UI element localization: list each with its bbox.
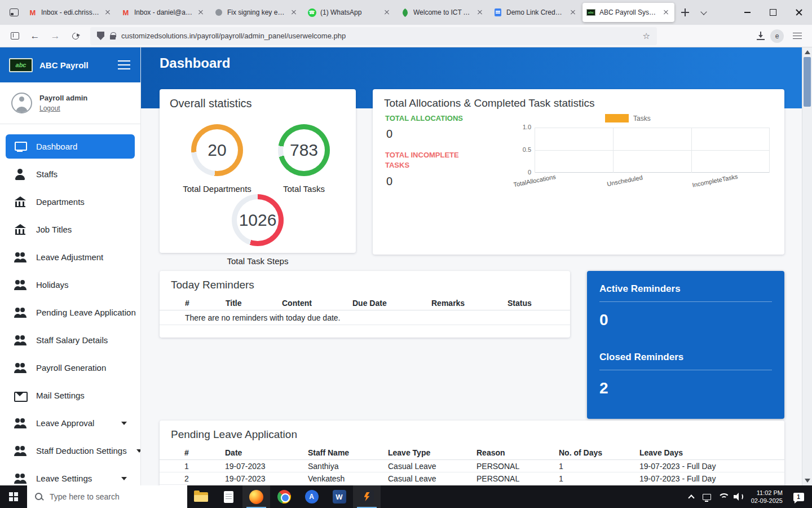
app-a-button[interactable]: A <box>298 485 325 508</box>
sidebar-header: abc ABC Payroll <box>0 47 140 82</box>
orange-app-icon <box>360 490 374 503</box>
table-row: 2 19-07-2023 Venkatesh Casual Leave PERS… <box>160 472 784 485</box>
action-center-button[interactable]: 1 <box>788 485 809 508</box>
closed-reminders-value: 2 <box>599 379 772 397</box>
volume-tray-button[interactable] <box>731 485 747 508</box>
sidebar: abc ABC Payroll Payroll admin Logout Das… <box>0 47 141 485</box>
maximize-button[interactable] <box>760 0 786 25</box>
people-icon <box>14 279 27 291</box>
scroll-up-arrow[interactable] <box>805 50 810 54</box>
downloads-icon[interactable] <box>757 32 765 40</box>
sidebar-item-staff-salary-details[interactable]: Staff Salary Details <box>6 328 135 352</box>
bookmark-star-icon[interactable] <box>643 31 650 41</box>
tab-title: ABC Payroll System <box>599 8 657 16</box>
sidebar-toggle-button[interactable] <box>117 59 131 71</box>
sidebar-item-pending-leave-application[interactable]: Pending Leave Application <box>6 300 135 325</box>
browser-tab-gmail-1[interactable]: M Inbox - edi.chriss@g <box>24 3 116 22</box>
logout-link[interactable]: Logout <box>39 104 60 112</box>
sidebar-item-leave-adjustment[interactable]: Leave Adjustment <box>6 245 135 269</box>
tab-close-icon[interactable] <box>568 8 577 17</box>
tab-close-icon[interactable] <box>661 8 670 17</box>
list-all-tabs-button[interactable] <box>695 4 712 21</box>
forward-button[interactable]: → <box>46 27 64 45</box>
back-button[interactable]: ← <box>26 27 44 45</box>
app-menu-button[interactable] <box>789 28 805 44</box>
library-icon <box>11 32 19 40</box>
reload-icon <box>71 31 81 41</box>
abc-logo: abc <box>9 58 33 72</box>
file-explorer-button[interactable] <box>187 485 215 508</box>
library-button[interactable] <box>6 27 24 45</box>
payroll-app: abc ABC Payroll Payroll admin Logout Das… <box>0 47 812 485</box>
tab-close-icon[interactable] <box>382 8 391 17</box>
taskbar-apps: A W <box>187 485 381 508</box>
chevron-up-icon <box>688 494 694 501</box>
word-button[interactable]: W <box>325 485 353 508</box>
people-icon <box>14 252 27 263</box>
browser-tab-ict[interactable]: Welcome to ICT Afr <box>396 3 488 22</box>
sidebar-item-payroll-generation[interactable]: Payroll Generation <box>6 356 135 380</box>
tracking-protection-shield-icon[interactable] <box>97 32 104 40</box>
windows-taskbar: Type here to search A W 11:02 PM 02-09-2… <box>0 485 812 508</box>
account-avatar[interactable]: e <box>770 29 784 43</box>
close-button[interactable] <box>786 0 812 25</box>
firefox-button[interactable] <box>242 485 270 508</box>
sidebar-item-staffs[interactable]: Staffs <box>6 162 135 186</box>
display-tray-button[interactable] <box>699 485 715 508</box>
start-button[interactable] <box>0 485 27 508</box>
sidebar-item-holidays[interactable]: Holidays <box>6 273 135 297</box>
overall-statistics-card: Overall statistics 20 783 1026 Total Dep… <box>160 89 356 253</box>
new-tab-button[interactable] <box>677 4 694 21</box>
people-icon <box>14 307 27 318</box>
tab-close-icon[interactable] <box>289 8 298 17</box>
scrollbar-thumb[interactable] <box>804 57 811 107</box>
orange-app-button[interactable] <box>353 485 381 508</box>
browser-navbar: ← → customizedsolutions.in/payroll/payro… <box>0 25 812 47</box>
browser-tab-gmail-2[interactable]: M Inbox - daniel@abc <box>117 3 209 22</box>
legend-label: Tasks <box>633 115 651 122</box>
document-app-button[interactable] <box>215 485 242 508</box>
active-reminders-label: Active Reminders <box>599 283 772 295</box>
people-icon <box>14 445 27 457</box>
reload-button[interactable] <box>67 27 85 45</box>
network-tray-button[interactable] <box>715 485 731 508</box>
firefox-view-icon <box>10 8 19 16</box>
sidebar-item-dashboard[interactable]: Dashboard <box>6 134 135 159</box>
bank-icon <box>14 196 27 208</box>
url-text[interactable]: customizedsolutions.in/payroll/payroll/a… <box>121 32 346 40</box>
lock-icon[interactable] <box>110 35 116 40</box>
page-scrollbar[interactable] <box>802 47 812 485</box>
people-icon <box>14 418 27 429</box>
sidebar-item-staff-deduction-settings[interactable]: Staff Deduction Settings <box>6 439 135 463</box>
sidebar-item-leave-settings[interactable]: Leave Settings <box>6 466 135 485</box>
tab-close-icon[interactable] <box>475 8 484 17</box>
navbar-right-actions: e <box>757 28 805 44</box>
sidebar-item-leave-approval[interactable]: Leave Approval <box>6 411 135 435</box>
browser-tab-signing-key[interactable]: Fix signing key error <box>210 3 302 22</box>
tab-close-icon[interactable] <box>103 8 112 17</box>
minimize-button[interactable] <box>734 0 760 25</box>
wifi-icon <box>718 493 728 501</box>
browser-tab-whatsapp[interactable]: (1) WhatsApp <box>303 3 395 22</box>
sidebar-item-job-titles[interactable]: Job Titles <box>6 217 135 242</box>
taskbar-search[interactable]: Type here to search <box>27 485 187 508</box>
allocations-card: Total Allocations & Completed Task stati… <box>373 89 784 255</box>
taskbar-clock[interactable]: 11:02 PM 02-09-2025 <box>747 489 788 505</box>
browser-tab-demo-link[interactable]: Demo Link Credenti <box>489 3 581 22</box>
pending-leave-header-row: # Date Staff Name Leave Type Reason No. … <box>160 445 784 460</box>
browser-tab-abc-payroll[interactable]: abc ABC Payroll System <box>582 3 674 22</box>
main-content: Dashboard Overall statistics 20 783 1026… <box>141 47 802 485</box>
tray-expand-button[interactable] <box>683 485 699 508</box>
sidebar-menu: Dashboard Staffs Departments Job Titles … <box>0 124 140 485</box>
browser-tab-bar: M Inbox - edi.chriss@g M Inbox - daniel@… <box>0 0 812 25</box>
chrome-button[interactable] <box>270 485 298 508</box>
firefox-view-button[interactable] <box>5 3 24 21</box>
scroll-down-arrow[interactable] <box>805 479 810 483</box>
allocations-title: Total Allocations & Completed Task stati… <box>373 89 784 110</box>
tab-close-icon[interactable] <box>196 8 205 17</box>
sidebar-item-mail-settings[interactable]: Mail Settings <box>6 383 135 408</box>
table-row: 1 19-07-2023 Santhiya Casual Leave PERSO… <box>160 460 784 472</box>
url-bar[interactable]: customizedsolutions.in/payroll/payroll/a… <box>90 27 657 45</box>
sidebar-item-departments[interactable]: Departments <box>6 190 135 214</box>
person-icon <box>14 169 27 180</box>
